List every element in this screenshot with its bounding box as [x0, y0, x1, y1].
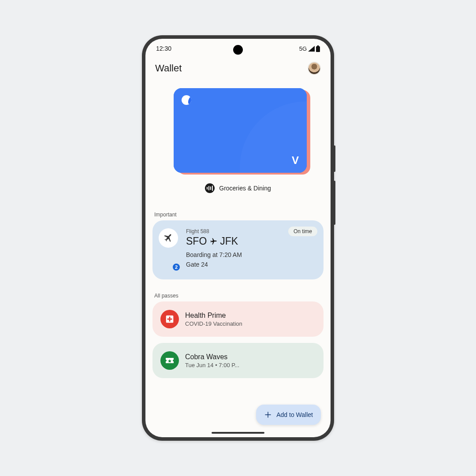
pass-subtitle: COVID-19 Vaccination — [185, 320, 242, 327]
route-to: JFK — [220, 235, 238, 247]
pass-count-badge: 2 — [172, 263, 181, 271]
profile-avatar[interactable] — [308, 62, 321, 75]
plus-icon — [264, 411, 272, 419]
flight-status-chip: On time — [288, 227, 317, 236]
fab-label: Add to Wallet — [276, 411, 313, 418]
airplane-icon — [159, 228, 178, 248]
gesture-bar[interactable] — [212, 432, 264, 434]
vaccination-pass-card[interactable]: Health Prime COVID-19 Vaccination — [152, 301, 324, 337]
svg-rect-1 — [317, 45, 319, 47]
pass-title: Cobra Waves — [185, 353, 239, 361]
status-time: 12:30 — [156, 45, 171, 52]
flight-route: SFO JFK — [186, 235, 316, 247]
add-to-wallet-button[interactable]: Add to Wallet — [256, 405, 321, 425]
cell-signal-icon — [308, 46, 315, 52]
ticket-icon — [160, 351, 179, 370]
network-label: 5G — [299, 45, 307, 52]
card-brand-icon — [182, 95, 191, 105]
card-label: Groceries & Dining — [219, 185, 271, 192]
side-button — [334, 145, 335, 172]
svg-rect-4 — [167, 319, 172, 320]
boarding-pass-card[interactable]: On time 2 Flight 588 SFO JFK — [152, 220, 324, 279]
screen: 12:30 5G Wallet V G — [145, 39, 331, 437]
gate-label: Gate 24 — [186, 260, 316, 269]
pass-subtitle: Tue Jun 14 • 7:00 P... — [185, 362, 239, 368]
health-icon — [160, 310, 179, 328]
boarding-time: Boarding at 7:20 AM — [186, 250, 316, 260]
plane-route-icon — [209, 238, 217, 245]
app-header: Wallet — [145, 58, 331, 77]
svg-rect-0 — [316, 46, 320, 52]
page-title: Wallet — [155, 63, 182, 74]
side-button — [334, 181, 335, 225]
card-network-icon: V — [292, 154, 299, 167]
route-from: SFO — [186, 235, 207, 247]
battery-icon — [316, 45, 320, 52]
payment-card-primary[interactable]: V — [174, 88, 307, 173]
section-label-important: Important — [154, 212, 324, 218]
phone-frame: 12:30 5G Wallet V G — [142, 35, 334, 441]
pass-title: Health Prime — [185, 312, 242, 320]
section-label-all-passes: All passes — [154, 293, 324, 299]
event-ticket-card[interactable]: Cobra Waves Tue Jun 14 • 7:00 P... — [152, 343, 324, 378]
camera-cutout — [233, 45, 243, 55]
cards-carousel[interactable]: V — [152, 86, 324, 179]
contactless-icon — [205, 183, 215, 193]
